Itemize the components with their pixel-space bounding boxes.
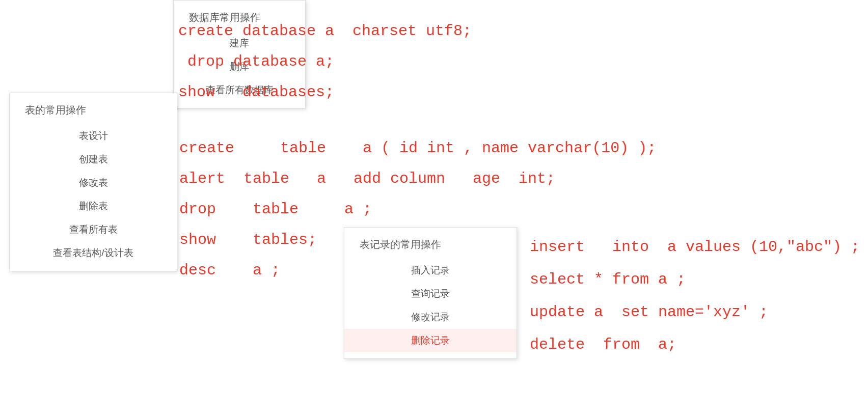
record-menu-item-update[interactable]: 修改记录 — [344, 305, 517, 329]
table-menu-item-showall[interactable]: 查看所有表 — [10, 218, 177, 241]
table-code-line1: create table a ( id int , name varchar(1… — [179, 137, 656, 159]
table-menu-title: 表的常用操作 — [10, 99, 177, 124]
record-code-area: insert into a values (10,"abc") ; select… — [530, 236, 860, 367]
record-code-line4: delete from a; — [530, 334, 860, 355]
db-code-line3: show databases; — [178, 81, 868, 103]
table-code-line3: drop table a ; — [179, 199, 656, 220]
table-menu-item-create[interactable]: 创建表 — [10, 148, 177, 171]
table-code-line2: alert table a add column age int; — [179, 168, 656, 189]
db-code-line2: drop database a; — [178, 51, 868, 72]
db-code-line1: create database a charset utf8; — [178, 20, 868, 42]
record-code-line2: select * from a ; — [530, 269, 860, 290]
table-menu-item-alter[interactable]: 修改表 — [10, 171, 177, 194]
table-menu: 表的常用操作 表设计 创建表 修改表 删除表 查看所有表 查看表结构/设计表 — [9, 93, 177, 271]
table-menu-item-showstructure[interactable]: 查看表结构/设计表 — [10, 241, 177, 265]
record-code-line3: update a set name='xyz' ; — [530, 301, 860, 323]
record-menu-item-delete[interactable]: 删除记录 — [344, 329, 517, 352]
db-code-area: create database a charset utf8; drop dat… — [178, 20, 868, 112]
record-code-line1: insert into a values (10,"abc") ; — [530, 236, 860, 258]
table-menu-item-design[interactable]: 表设计 — [10, 124, 177, 148]
table-menu-item-drop[interactable]: 删除表 — [10, 194, 177, 218]
